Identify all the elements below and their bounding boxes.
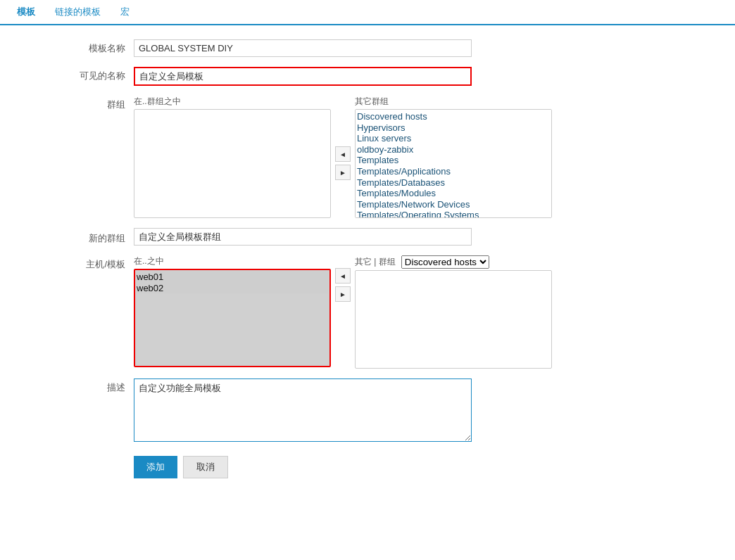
visible-name-row: 可见的名称 [21, 67, 714, 86]
hosts-left-box: 在..之中 web01 web02 [134, 255, 331, 367]
other-groups-select[interactable]: Discovered hosts Hypervisors Linux serve… [355, 109, 552, 218]
groups-row: 群组 在..群组之中 ◄ ► 其它群组 Discovered hosts Hyp… [21, 96, 714, 218]
hosts-other-label-row: 其它 | 群组 Discovered hosts Hypervisors Lin… [355, 255, 552, 269]
groups-container: 在..群组之中 ◄ ► 其它群组 Discovered hosts Hyperv… [134, 96, 552, 218]
btn-row: 添加 取消 [21, 456, 714, 478]
host-web02[interactable]: web02 [137, 283, 328, 294]
hosts-right-box: 其它 | 群组 Discovered hosts Hypervisors Lin… [355, 255, 552, 369]
hosts-in-label: 在..之中 [134, 255, 331, 267]
template-name-input[interactable] [134, 39, 472, 57]
group-option-templates-apps[interactable]: Templates/Applications [357, 166, 550, 177]
group-option-templates-db[interactable]: Templates/Databases [357, 177, 550, 189]
host-web01[interactable]: web01 [137, 272, 328, 283]
group-arrow-buttons: ◄ ► [335, 134, 351, 180]
other-groups-box: 其它群组 Discovered hosts Hypervisors Linux … [355, 96, 552, 218]
hosts-in-select[interactable]: web01 web02 [134, 269, 331, 367]
hosts-group-dropdown[interactable]: Discovered hosts Hypervisors Linux serve… [401, 255, 489, 269]
tab-template[interactable]: 模板 [7, 0, 45, 25]
groups-label: 群组 [21, 96, 134, 111]
desc-label: 描述 [21, 378, 134, 394]
visible-name-field [134, 67, 714, 86]
group-option-hypervisors[interactable]: Hypervisors [357, 122, 550, 134]
hosts-row: 主机/模板 在..之中 web01 web02 ◄ ► [21, 255, 714, 369]
hosts-section: 主机/模板 在..之中 web01 web02 ◄ ► [21, 255, 714, 369]
group-option-templates-os[interactable]: Templates/Operating Systems [357, 210, 550, 218]
group-option-linux[interactable]: Linux servers [357, 133, 550, 144]
tab-linked[interactable]: 链接的模板 [45, 0, 111, 25]
visible-name-label: 可见的名称 [21, 67, 134, 82]
tab-bar: 模板 链接的模板 宏 [0, 0, 735, 25]
group-option-discovered[interactable]: Discovered hosts [357, 111, 550, 122]
form-content: 模板名称 可见的名称 群组 在..群组之中 ◄ ► 其它群组 [0, 25, 735, 492]
desc-row: 描述 自定义功能全局模板 [21, 378, 714, 442]
visible-name-input[interactable] [134, 67, 472, 86]
hosts-arrow-buttons: ◄ ► [335, 255, 351, 302]
hosts-label: 主机/模板 [21, 255, 134, 271]
template-name-row: 模板名称 [21, 39, 714, 57]
in-groups-label: 在..群组之中 [134, 96, 331, 108]
move-left-group-btn[interactable]: ◄ [335, 146, 351, 162]
template-name-field [134, 39, 714, 57]
new-group-input[interactable] [134, 228, 472, 246]
hosts-other-select[interactable] [355, 270, 552, 369]
other-groups-label: 其它群组 [355, 96, 552, 108]
template-name-label: 模板名称 [21, 39, 134, 55]
hosts-container: 在..之中 web01 web02 ◄ ► 其它 | 群组 [134, 255, 552, 369]
cancel-button[interactable]: 取消 [183, 456, 228, 478]
move-right-group-btn[interactable]: ► [335, 165, 351, 180]
group-option-templates-net[interactable]: Templates/Network Devices [357, 199, 550, 210]
hosts-other-label: 其它 | 群组 [355, 256, 396, 268]
group-option-templates[interactable]: Templates [357, 155, 550, 166]
group-option-templates-mod[interactable]: Templates/Modules [357, 188, 550, 199]
tab-macro[interactable]: 宏 [111, 0, 139, 25]
in-groups-box: 在..群组之中 [134, 96, 331, 218]
group-option-oldboy[interactable]: oldboy-zabbix [357, 144, 550, 155]
add-button[interactable]: 添加 [134, 456, 177, 478]
new-group-label: 新的群组 [21, 229, 134, 245]
move-left-hosts-btn[interactable]: ◄ [335, 268, 351, 284]
desc-textarea[interactable]: 自定义功能全局模板 [134, 378, 472, 442]
in-groups-select[interactable] [134, 109, 331, 218]
new-group-row: 新的群组 [21, 228, 714, 246]
move-right-hosts-btn[interactable]: ► [335, 286, 351, 302]
